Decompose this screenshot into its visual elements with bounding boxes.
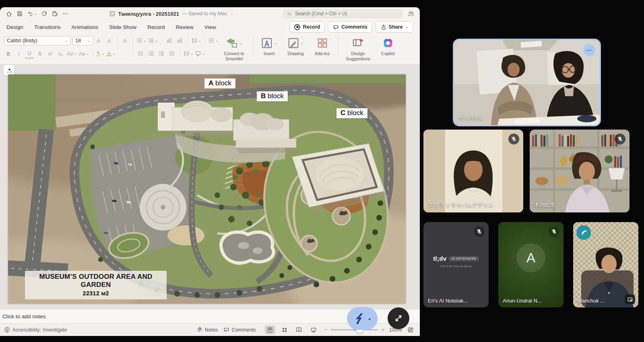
background-globe-logo [576, 225, 591, 240]
text-direction-button[interactable]: ⌄ [183, 49, 193, 58]
change-case-button[interactable]: Aa⌄ [79, 49, 89, 58]
reading-view-button[interactable] [294, 326, 304, 334]
superscript-button[interactable]: x² [46, 49, 55, 58]
font-group: Calibri (Body)⌄ 18⌄ Aˆ Aˇ Aˇ B I U S x² [4, 35, 130, 59]
home-button[interactable] [6, 10, 12, 17]
tab-design[interactable]: Design [6, 24, 23, 30]
label-a-block[interactable]: A block [204, 78, 235, 89]
align-left-button[interactable] [136, 49, 145, 58]
tab-review[interactable]: Review [175, 24, 193, 30]
slide-canvas[interactable]: A block B block C block MUSEUM’S OUTDOOR… [8, 74, 406, 304]
paragraph-group: ⌄ ⌄ ⌄ ⌄ ⌄ ⌄ [136, 35, 219, 59]
drawing-button[interactable]: ⌄ Drawing [283, 35, 309, 56]
font-color-button[interactable]: A⌄ [106, 49, 115, 58]
tab-animations[interactable]: Animations [72, 24, 99, 30]
view-switcher [265, 326, 319, 334]
chevron-down-icon[interactable]: ⌄ [230, 12, 233, 16]
participant-video-frame [530, 130, 630, 212]
fit-slide-button[interactable] [405, 326, 416, 334]
participant-video-frame [423, 130, 523, 212]
saved-status[interactable]: — Saved to my Mac [182, 11, 227, 16]
participant-tile-3[interactable]: tl;dv AI NOTETAKER Get it for free at tl… [423, 222, 489, 307]
chevron-down-icon[interactable]: ⌄ [34, 12, 37, 16]
search-icon [287, 11, 292, 16]
slideshow-view-button[interactable] [308, 326, 319, 334]
increase-font-button[interactable]: Aˆ [95, 36, 104, 45]
label-c-block[interactable]: C block [336, 108, 367, 118]
accessibility-status[interactable]: Accessibility: Investigate [4, 327, 67, 333]
slide-sorter-view-button[interactable] [279, 326, 290, 334]
ribbon-divider [133, 36, 133, 58]
bold-button[interactable]: B [4, 49, 13, 58]
decrease-font-button[interactable]: Aˇ [105, 36, 114, 45]
align-text-button[interactable]: ⌄ [195, 49, 205, 58]
notes-toggle[interactable]: Notes [197, 327, 218, 333]
search-box[interactable] [283, 10, 402, 18]
undo-button[interactable]: ⌄ [27, 10, 37, 17]
comments-toggle[interactable]: Comments [223, 327, 256, 333]
designer-sparkle-button[interactable] [4, 65, 14, 76]
meeting-assistant-button[interactable]: ▲ [347, 307, 378, 330]
mic-muted-icon [508, 134, 519, 144]
subscript-button[interactable]: x₂ [56, 49, 65, 58]
underline-button[interactable]: U [25, 49, 34, 58]
participant-tile-4[interactable]: A Ariun-Undral N... [498, 222, 564, 307]
participant-name: Ariun-Undral N... [503, 298, 542, 304]
align-center-button[interactable] [147, 49, 155, 58]
tab-transitions[interactable]: Transitions [34, 24, 61, 30]
share-people-icon[interactable] [407, 10, 414, 17]
expand-button[interactable] [388, 307, 409, 329]
mic-muted-icon [474, 226, 485, 237]
normal-view-button[interactable] [265, 326, 275, 334]
tab-view[interactable]: View [204, 24, 216, 30]
slide-caption[interactable]: MUSEUM’S OUTDOOR AREA AND GARDEN 22312 м… [25, 271, 167, 299]
font-size-select[interactable]: 18⌄ [72, 36, 93, 45]
strikethrough-button[interactable]: S [35, 49, 44, 58]
columns-button[interactable]: ⌄ [208, 36, 218, 45]
zoom-out-button[interactable]: − [324, 327, 328, 333]
clear-formatting-button[interactable]: Aˇ [121, 36, 130, 45]
participant-tile-1[interactable]: ダビラ イラサバルアデリン [423, 130, 523, 212]
copilot-button[interactable]: Copilot [375, 35, 401, 56]
comment-icon [333, 24, 339, 30]
share-button[interactable]: Share ⌄ [376, 21, 413, 33]
bullets-button[interactable]: ⌄ [136, 36, 146, 45]
line-spacing-button[interactable]: ⌄ [191, 36, 201, 45]
participant-name: 木内絵里 [534, 202, 555, 209]
decrease-indent-button[interactable] [165, 36, 174, 45]
comments-button[interactable]: Comments [328, 21, 372, 33]
picture-in-picture-button[interactable] [625, 295, 635, 304]
increase-indent-button[interactable] [175, 36, 184, 45]
save-button[interactable] [17, 10, 23, 17]
search-input[interactable] [294, 10, 399, 17]
italic-button[interactable]: I [14, 49, 23, 58]
save-as-button[interactable] [52, 10, 58, 17]
justify-button[interactable] [167, 49, 176, 58]
share-icon [380, 24, 386, 30]
tldv-branding: tl;dv AI NOTETAKER Get it for free at tl… [423, 255, 489, 268]
align-right-button[interactable] [157, 49, 166, 58]
participant-name: ダビラ イラサバルアデリン [428, 202, 493, 209]
convert-smartart-button[interactable]: ⌄ Convert to SmartArt [219, 35, 250, 61]
more-commands-button[interactable] [62, 10, 68, 17]
ribbon: Calibri (Body)⌄ 18⌄ Aˆ Aˇ Aˇ B I U S x² [0, 34, 420, 64]
numbering-button[interactable]: ⌄ [148, 36, 158, 45]
label-b-block[interactable]: B block [257, 91, 288, 101]
tile-more-options-button[interactable]: … [583, 44, 595, 56]
zoom-in-button[interactable]: + [381, 327, 384, 333]
font-name-select[interactable]: Calibri (Body)⌄ [4, 36, 71, 45]
caret-up-icon[interactable]: ▲ [368, 317, 372, 321]
tab-record[interactable]: Record [147, 24, 165, 30]
addins-button[interactable]: Add-ins [309, 35, 336, 56]
highlight-color-button[interactable]: ✎⌄ [96, 49, 105, 58]
design-suggestions-button[interactable]: Design Suggestions [342, 35, 375, 61]
participant-tile-5[interactable]: Manchuk ... [573, 222, 638, 307]
insert-button[interactable]: ⌄ Insert [256, 35, 283, 56]
record-button[interactable]: Record [289, 21, 325, 33]
tab-slide-show[interactable]: Slide Show [109, 24, 136, 30]
participant-tile-featured[interactable]: … そら共有1 [453, 39, 601, 126]
mic-muted-icon [615, 134, 625, 144]
character-spacing-button[interactable]: AV⌄ [67, 49, 77, 58]
redo-button[interactable] [41, 10, 47, 17]
participant-tile-2[interactable]: 木内絵里 [530, 130, 630, 212]
